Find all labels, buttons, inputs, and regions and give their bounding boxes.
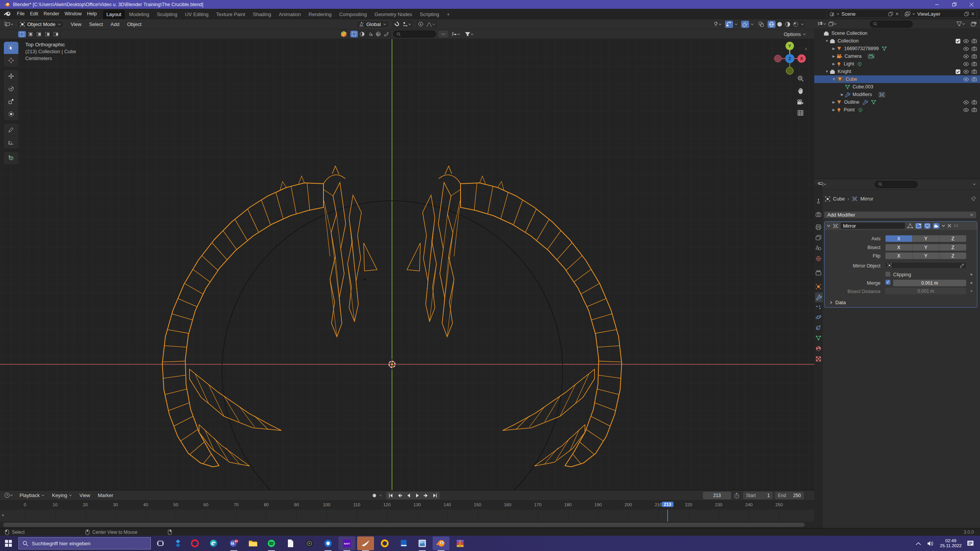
gizmos-toggle[interactable] xyxy=(725,21,733,28)
menu-file[interactable]: File xyxy=(14,11,27,16)
breadcrumb-modifier[interactable]: Mirror xyxy=(860,196,873,202)
taskbar-app-white-doc[interactable] xyxy=(282,536,299,550)
disable-render-toggle[interactable] xyxy=(972,108,977,112)
tool-select-box[interactable] xyxy=(4,42,18,54)
shading-wireframe-button[interactable] xyxy=(768,21,776,28)
outliner-item-label[interactable]: Outline xyxy=(844,99,859,105)
properties-tab-render[interactable] xyxy=(814,210,823,220)
outliner-row[interactable]: ▶ Light xyxy=(814,60,980,68)
tool-measure[interactable] xyxy=(4,136,18,149)
zoom-icon[interactable] xyxy=(795,73,806,84)
viewport-menu-object[interactable]: Object xyxy=(123,21,145,27)
proportional-editing-icon[interactable] xyxy=(417,21,425,28)
exclude-checkbox[interactable] xyxy=(956,69,960,74)
xray-toggle[interactable] xyxy=(757,21,765,28)
collapse-panel-icon[interactable] xyxy=(827,225,830,227)
navigation-gizmo[interactable]: Y X Z xyxy=(773,39,808,75)
properties-tab-particles[interactable] xyxy=(814,303,823,313)
breadcrumb-object[interactable]: Cube xyxy=(833,196,845,202)
delete-modifier-icon[interactable] xyxy=(947,224,951,228)
unlink-scene-icon[interactable]: ✕ xyxy=(895,11,899,17)
axis-z-button[interactable]: Z xyxy=(939,235,966,242)
volume-icon[interactable] xyxy=(927,541,934,546)
tool-scale[interactable] xyxy=(4,95,18,108)
tree-display-dropdown[interactable] xyxy=(451,31,461,37)
disable-render-toggle[interactable] xyxy=(972,46,977,51)
disable-render-toggle[interactable] xyxy=(972,39,977,43)
taskbar-app-blender[interactable] xyxy=(433,536,449,550)
pan-hand-icon[interactable] xyxy=(795,85,806,96)
disable-render-toggle[interactable] xyxy=(972,54,977,59)
hide-toggle[interactable] xyxy=(963,39,969,43)
minimize-button[interactable] xyxy=(928,0,946,9)
tray-expand-icon[interactable] xyxy=(916,542,921,545)
properties-tab-constraints[interactable] xyxy=(814,323,823,333)
bisect-distance-slider[interactable]: 0.001 m xyxy=(885,288,966,294)
hide-toggle[interactable] xyxy=(963,62,969,66)
bisect-x-button[interactable]: X xyxy=(885,244,913,251)
outliner-item-label[interactable]: Modifiers xyxy=(853,92,872,97)
outliner-row[interactable]: ▶ 1669073278899 xyxy=(814,45,980,52)
tool-transform[interactable] xyxy=(4,108,18,121)
axis-y-button[interactable]: Y xyxy=(913,235,940,242)
select-mode-extend[interactable] xyxy=(26,31,34,37)
mesh-data-icon[interactable] xyxy=(871,100,876,104)
taskbar-app-winrar[interactable] xyxy=(452,536,469,550)
restore-button[interactable] xyxy=(946,0,963,9)
playhead[interactable] xyxy=(667,510,668,522)
edit-mode-toggle-icon[interactable] xyxy=(907,223,913,228)
workspace-tab-texture-paint[interactable]: Texture Paint xyxy=(213,10,249,19)
clipping-checkbox[interactable] xyxy=(885,272,890,277)
properties-tab-output[interactable] xyxy=(814,222,823,232)
scene-selector[interactable]: Scene ✕ xyxy=(827,10,901,18)
outliner-search[interactable] xyxy=(870,21,913,28)
tool-add-cube[interactable] xyxy=(4,152,18,165)
editor-type-button[interactable] xyxy=(3,21,15,28)
workspace-tab-sculpting[interactable]: Sculpting xyxy=(154,10,181,19)
tool-rotate[interactable] xyxy=(4,83,18,95)
menu-edit[interactable]: Edit xyxy=(27,11,41,16)
pin-icon[interactable] xyxy=(971,196,976,201)
merge-threshold-slider[interactable]: 0.001 m xyxy=(893,280,966,286)
properties-tab-world[interactable] xyxy=(814,254,823,264)
menu-window[interactable]: Window xyxy=(62,11,84,16)
properties-tab-object[interactable] xyxy=(814,282,823,292)
start-button[interactable] xyxy=(0,536,17,550)
camera-view-icon[interactable] xyxy=(794,96,806,108)
channel-expander[interactable]: ▸ xyxy=(2,513,4,517)
hide-toggle[interactable] xyxy=(963,108,969,112)
shading-dropdown[interactable] xyxy=(800,23,805,26)
start-frame-field[interactable]: Start1 xyxy=(743,492,773,499)
filter-dropdown[interactable] xyxy=(464,31,475,37)
merge-checkbox[interactable]: ✓ xyxy=(885,280,890,285)
axis-x-button[interactable]: X xyxy=(885,235,913,242)
viewport-menu-view[interactable]: View xyxy=(67,21,85,27)
taskbar-app-black-disc[interactable] xyxy=(301,536,318,550)
workspace-tab-compositing[interactable]: Compositing xyxy=(336,10,370,19)
current-frame-badge[interactable]: 213 xyxy=(662,502,673,507)
light-data-icon[interactable] xyxy=(858,108,863,112)
outliner-row[interactable]: ▼ Knight xyxy=(814,68,980,75)
mode-selector[interactable]: Object Mode xyxy=(17,20,64,28)
taskbar-clock[interactable]: 02:49 25.11.2022 xyxy=(940,538,962,548)
play-button[interactable] xyxy=(413,492,421,499)
disable-render-toggle[interactable] xyxy=(972,77,977,82)
shading-rendered-button[interactable] xyxy=(792,21,800,28)
remove-view-layer-icon[interactable]: ✕ xyxy=(971,11,975,17)
shading-material-button[interactable] xyxy=(784,21,792,28)
taskbar-app-blue-book[interactable] xyxy=(395,536,412,550)
timeline-ruler[interactable]: 0102030405060708090100110120130140150160… xyxy=(0,500,814,510)
data-section-toggle[interactable]: Data xyxy=(830,300,846,305)
properties-tab-texture[interactable] xyxy=(814,354,823,364)
outliner-row[interactable]: ▼ Cube xyxy=(814,75,980,83)
select-mode-invert[interactable] xyxy=(43,31,51,37)
timeline-menu-marker[interactable]: Marker xyxy=(94,492,117,498)
snap-magnet-icon[interactable] xyxy=(393,21,401,28)
timeline-menu-playback[interactable]: Playback xyxy=(16,492,48,498)
select-mode-new[interactable] xyxy=(18,31,26,37)
flip-x-button[interactable]: X xyxy=(885,253,913,259)
outliner-item-label[interactable]: Point xyxy=(844,107,855,112)
modifier-name-field[interactable]: Mirror xyxy=(841,223,905,229)
viewport-menu-select[interactable]: Select xyxy=(85,21,107,27)
tool-cursor[interactable] xyxy=(4,54,18,67)
